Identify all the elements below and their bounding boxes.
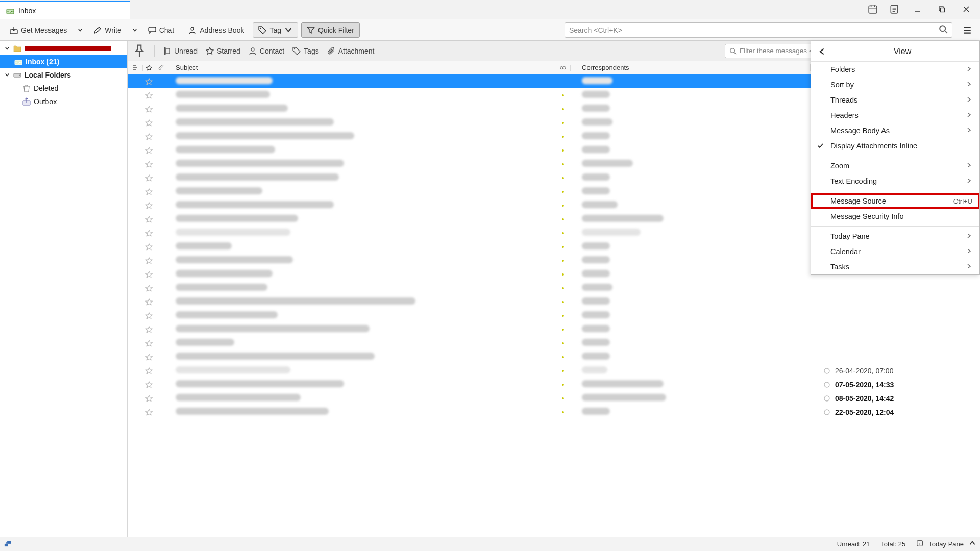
svg-point-17 [251, 48, 254, 51]
chat-button[interactable]: Chat [142, 22, 180, 38]
col-thread[interactable] [128, 65, 143, 71]
menu-message-source[interactable]: Message SourceCtrl+U [811, 193, 979, 209]
get-messages-button[interactable]: Get Messages [4, 22, 72, 38]
table-row[interactable]: •26-04-2020, 07:00 [128, 364, 980, 378]
menu-today-pane[interactable]: Today Pane [811, 229, 979, 244]
menu-back-button[interactable] [815, 47, 829, 56]
menu-folders[interactable]: Folders [811, 62, 979, 77]
status-total: Total: 25 [880, 540, 905, 548]
tag-button[interactable]: Tag [253, 22, 298, 38]
get-messages-dropdown[interactable] [76, 22, 85, 38]
col-correspondents[interactable]: Correspondents [571, 64, 811, 71]
menu-threads[interactable]: Threads [811, 92, 979, 108]
drive-icon [13, 71, 21, 79]
shortcut-label: Ctrl+U [953, 197, 972, 205]
menu-text-encoding[interactable]: Text Encoding [811, 173, 979, 189]
sidebar-label: Outbox [34, 97, 57, 106]
menu-zoom[interactable]: Zoom [811, 158, 979, 173]
account-icon [13, 44, 21, 53]
app-menu-button[interactable] [959, 22, 976, 38]
chevron-up-icon[interactable] [969, 540, 976, 548]
menu-headers[interactable]: Headers [811, 108, 979, 123]
menu-tasks[interactable]: Tasks [811, 259, 979, 274]
today-pane-icon: 1 [916, 540, 923, 548]
tab-inbox[interactable]: Inbox [0, 1, 130, 19]
sidebar-deleted[interactable]: Deleted [0, 82, 127, 95]
filter-starred[interactable]: Starred [206, 47, 240, 55]
table-row[interactable]: •08-05-2020, 14:42 [128, 391, 980, 405]
filter-unread[interactable]: Unread [163, 47, 198, 55]
menu-title: View [829, 47, 975, 56]
sidebar-inbox[interactable]: Inbox (21) [0, 55, 127, 68]
view-menu: View Folders Sort by Threads Headers Mes… [811, 41, 980, 275]
menu-display-attachments-inline[interactable]: Display Attachments Inline [811, 138, 979, 154]
menu-message-security-info[interactable]: Message Security Info [811, 209, 979, 224]
table-row[interactable]: •07-05-2020, 14:33 [128, 378, 980, 391]
sidebar-outbox[interactable]: Outbox [0, 95, 127, 108]
search-icon [939, 24, 948, 35]
account-name-redacted [24, 46, 111, 51]
local-folders-row[interactable]: Local Folders [0, 68, 127, 82]
svg-rect-19 [5, 543, 8, 546]
svg-rect-3 [869, 6, 877, 13]
tab-label: Inbox [18, 7, 36, 15]
tasks-icon[interactable] [887, 2, 901, 16]
svg-point-18 [294, 48, 295, 49]
filter-attachment[interactable]: Attachment [327, 47, 375, 55]
svg-point-9 [191, 27, 194, 30]
window-minimize[interactable] [905, 1, 929, 17]
toolbar-label: Address Book [200, 26, 244, 34]
filter-tags[interactable]: Tags [292, 47, 319, 55]
toolbar-label: Write [105, 26, 121, 34]
global-search[interactable] [565, 22, 952, 38]
toolbar-label: Tag [270, 26, 281, 34]
twisty-icon[interactable] [4, 72, 10, 78]
status-today-pane[interactable]: Today Pane [928, 540, 964, 548]
check-icon [817, 142, 823, 150]
activity-icon[interactable] [4, 540, 13, 549]
svg-point-13 [19, 75, 20, 76]
svg-text:1: 1 [919, 542, 921, 546]
write-button[interactable]: Write [88, 22, 127, 38]
table-row[interactable]: •22-05-2020, 12:04 [128, 405, 980, 419]
svg-rect-4 [891, 5, 898, 13]
trash-icon [22, 84, 31, 92]
message-list-panel: Unread Starred Contact Tags Attachment S… [128, 41, 980, 537]
col-star[interactable] [143, 65, 155, 71]
svg-rect-15 [164, 47, 166, 55]
menu-sort-by[interactable]: Sort by [811, 77, 979, 92]
sidebar-label: Inbox (21) [26, 58, 59, 66]
filter-pin-button[interactable] [133, 44, 146, 58]
chevron-right-icon [966, 65, 972, 73]
toolbar-label: Chat [159, 26, 175, 34]
write-dropdown[interactable] [130, 22, 139, 38]
col-attachment[interactable] [155, 65, 167, 71]
table-row[interactable]: • [128, 350, 980, 364]
twisty-icon[interactable] [4, 46, 10, 51]
window-close[interactable] [954, 1, 978, 17]
address-book-button[interactable]: Address Book [183, 22, 250, 38]
table-row[interactable]: • [128, 336, 980, 350]
col-subject[interactable]: Subject [167, 64, 555, 71]
svg-rect-6 [941, 8, 945, 12]
quick-filter-button[interactable]: Quick Filter [301, 22, 360, 38]
table-row[interactable]: • [128, 309, 980, 322]
col-correspondent-icon[interactable] [555, 65, 571, 71]
table-row[interactable]: • [128, 322, 980, 336]
status-bar: Unread: 21 Total: 25 1 Today Pane [0, 537, 980, 551]
status-unread: Unread: 21 [837, 540, 870, 548]
table-row[interactable]: • [128, 281, 980, 295]
search-input[interactable] [569, 26, 939, 34]
svg-rect-16 [166, 48, 170, 54]
svg-point-10 [260, 27, 261, 28]
sidebar-label: Deleted [34, 84, 58, 92]
table-row[interactable]: • [128, 295, 980, 309]
account-row[interactable] [0, 42, 127, 55]
filter-contact[interactable]: Contact [249, 47, 284, 55]
menu-message-body-as[interactable]: Message Body As [811, 123, 979, 138]
menu-calendar[interactable]: Calendar [811, 244, 979, 259]
window-maximize[interactable] [930, 1, 953, 17]
outbox-icon [22, 97, 31, 106]
calendar-icon[interactable] [866, 2, 880, 16]
sidebar-label: Local Folders [24, 71, 71, 79]
